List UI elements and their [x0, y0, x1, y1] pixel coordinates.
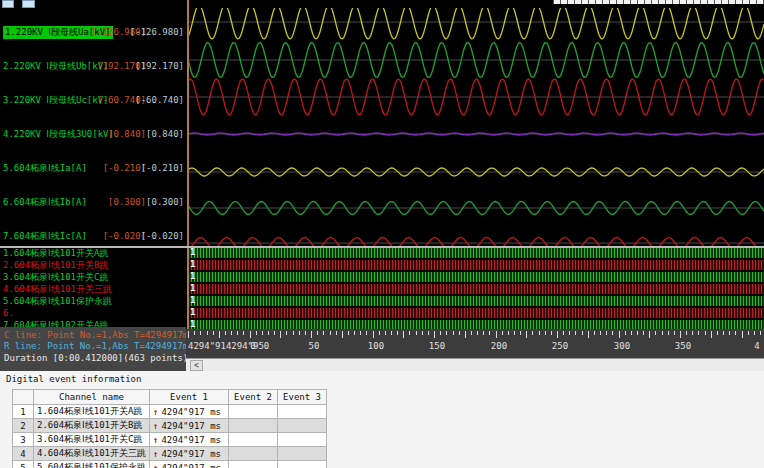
- digital-state-value: 1: [190, 283, 195, 293]
- analog-channel-row[interactable]: 2.220KV Ⅰ段母线Ub[kV][192.170][192.170]: [0, 60, 186, 73]
- axis-tick: [231, 331, 232, 335]
- axis-tick: [514, 331, 515, 335]
- fault-recorder-window: 1.220KV Ⅰ段母线Ua[kV][-126.980][-126.980]2.…: [0, 0, 764, 468]
- scroll-left-button[interactable]: <: [190, 360, 203, 371]
- event-table-row[interactable]: 55.604柘泉Ⅰ线101保护永跳↑4294"917 ms: [13, 461, 327, 468]
- axis-tick: [256, 331, 257, 335]
- digital-state-value: 1: [190, 307, 195, 317]
- event-table-row[interactable]: 33.604柘泉Ⅰ线101开关C跳↑4294"917 ms: [13, 433, 327, 447]
- time-axis[interactable]: 4294"914294"9500501001502002503003504: [186, 329, 764, 358]
- axis-tick: [674, 331, 675, 335]
- event-table-row[interactable]: 22.604柘泉Ⅰ线101开关B跳↑4294"917 ms: [13, 419, 327, 433]
- analog-channel-label[interactable]: 2.220KV Ⅰ段母线Ub[kV]: [3, 60, 109, 73]
- digital-channel-label[interactable]: 6.: [3, 308, 14, 319]
- axis-tick: [594, 331, 595, 335]
- horizontal-scrollbar[interactable]: <: [186, 358, 764, 371]
- axis-tick: [545, 331, 546, 335]
- axis-tick: [637, 331, 638, 335]
- event1-cell: ↑4294"917 ms: [150, 405, 229, 419]
- window-button-icon[interactable]: [22, 0, 35, 8]
- digital-channel-bar: 1: [188, 308, 764, 318]
- event1-cell: ↑4294"917 ms: [150, 419, 229, 433]
- axis-tick: [373, 331, 374, 338]
- axis-tick: [459, 331, 460, 335]
- section-title: Digital event information: [6, 374, 141, 384]
- channel-value-secondary: [-60.740]: [135, 94, 184, 107]
- analog-waveform-plot[interactable]: [188, 0, 764, 246]
- digital-channel-label[interactable]: 3.604柘泉Ⅰ线101开关C跳: [3, 272, 108, 283]
- panel-divider[interactable]: [187, 0, 189, 330]
- axis-tick: [477, 331, 478, 335]
- channel-value-secondary: [0.300]: [146, 196, 184, 209]
- event-row-number: 4: [13, 447, 34, 461]
- axis-tick: [200, 331, 201, 335]
- axis-tick: [723, 331, 724, 335]
- analog-channel-row[interactable]: 5.604柘泉Ⅰ线Ia[A][-0.210][-0.210]: [0, 162, 186, 175]
- window-button-icon[interactable]: [2, 0, 14, 8]
- axis-tick: [403, 331, 404, 338]
- analog-channel-label[interactable]: 7.604柘泉Ⅰ线Ic[A]: [3, 230, 87, 243]
- event3-cell: [278, 433, 327, 447]
- event-channel-name: 3.604柘泉Ⅰ线101开关C跳: [34, 433, 150, 447]
- analog-channel-row[interactable]: 7.604柘泉Ⅰ线Ic[A][-0.020][-0.020]: [0, 230, 186, 243]
- axis-tick: [760, 331, 761, 335]
- event-table-row[interactable]: 44.604柘泉Ⅰ线101开关三跳↑4294"917 ms: [13, 447, 327, 461]
- event2-cell: [229, 461, 278, 468]
- event2-cell: [229, 419, 278, 433]
- event1-cell: ↑4294"917 ms: [150, 433, 229, 447]
- axis-tick: [317, 331, 318, 335]
- axis-tick: [471, 331, 472, 335]
- event-table-row[interactable]: 11.604柘泉Ⅰ线101开关A跳↑4294"917 ms: [13, 405, 327, 419]
- event-table-header-cell: Event 1: [150, 390, 229, 405]
- analog-channel-list: 1.220KV Ⅰ段母线Ua[kV][-126.980][-126.980]2.…: [0, 8, 186, 246]
- event-table-header-cell: Event 3: [278, 390, 327, 405]
- axis-tick: [280, 331, 281, 338]
- axis-tick: [342, 331, 343, 338]
- axis-tick: [520, 331, 521, 335]
- axis-tick: [428, 331, 429, 335]
- digital-channel-list: 1.604柘泉Ⅰ线101开关A跳2.604柘泉Ⅰ线101开关B跳3.604柘泉Ⅰ…: [0, 248, 186, 330]
- digital-channel-label[interactable]: 2.604柘泉Ⅰ线101开关B跳: [3, 260, 108, 271]
- axis-tick: [465, 331, 466, 338]
- axis-label: 200: [491, 341, 507, 351]
- axis-tick: [391, 331, 392, 335]
- axis-tick: [631, 331, 632, 335]
- event-row-number: 2: [13, 419, 34, 433]
- analog-channel-row[interactable]: 1.220KV Ⅰ段母线Ua[kV][-126.980][-126.980]: [0, 26, 186, 39]
- event2-cell: [229, 433, 278, 447]
- r-line-status: R line: Point No.=1,Abs T=4294917ms, Rel…: [4, 341, 186, 351]
- digital-channel-label[interactable]: 4.604柘泉Ⅰ线101开关三跳: [3, 284, 112, 295]
- waveform-trace: [188, 238, 764, 247]
- axis-tick: [323, 331, 324, 335]
- digital-channel-bar: 1: [188, 248, 764, 258]
- event2-cell: [229, 447, 278, 461]
- axis-tick: [539, 331, 540, 335]
- axis-tick: [207, 331, 208, 335]
- axis-tick: [336, 331, 337, 335]
- digital-waveform-plot[interactable]: 1111111: [188, 247, 764, 330]
- analog-channel-row[interactable]: 6.604柘泉Ⅰ线Ib[A][0.300][0.300]: [0, 196, 186, 209]
- event-row-number: 1: [13, 405, 34, 419]
- axis-tick: [274, 331, 275, 335]
- axis-tick: [754, 331, 755, 335]
- analog-channel-label[interactable]: 3.220KV Ⅰ段母线Uc[kV]: [3, 94, 109, 107]
- axis-tick: [188, 331, 189, 338]
- event3-cell: [278, 405, 327, 419]
- analog-channel-row[interactable]: 3.220KV Ⅰ段母线Uc[kV][-60.740][-60.740]: [0, 94, 186, 107]
- analog-channel-label[interactable]: 4.220KV Ⅰ段母线3U0[kV]: [3, 128, 114, 141]
- axis-tick: [606, 331, 607, 335]
- rising-edge-icon: ↑: [153, 421, 158, 431]
- axis-tick: [686, 331, 687, 335]
- axis-label: 150: [429, 341, 445, 351]
- digital-channel-label[interactable]: 5.604柘泉Ⅰ线101保护永跳: [3, 296, 112, 307]
- axis-tick: [748, 331, 749, 335]
- axis-tick: [194, 331, 195, 335]
- analog-channel-row[interactable]: 4.220KV Ⅰ段母线3U0[kV][0.840][0.840]: [0, 128, 186, 141]
- axis-label: 50: [309, 341, 320, 351]
- analog-channel-label[interactable]: 5.604柘泉Ⅰ线Ia[A]: [3, 162, 87, 175]
- axis-tick: [299, 331, 300, 335]
- axis-tick: [655, 331, 656, 335]
- digital-channel-label[interactable]: 1.604柘泉Ⅰ线101开关A跳: [3, 248, 108, 259]
- channel-value-secondary: [0.840]: [146, 128, 184, 141]
- analog-channel-label[interactable]: 6.604柘泉Ⅰ线Ib[A]: [3, 196, 87, 209]
